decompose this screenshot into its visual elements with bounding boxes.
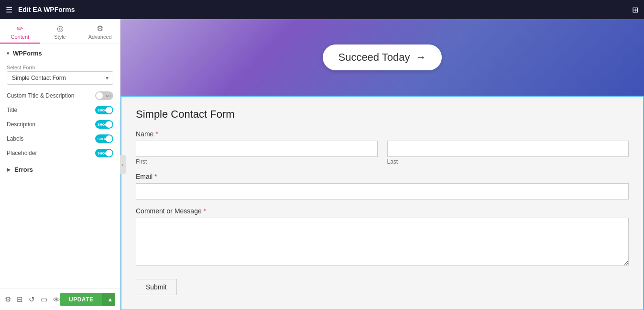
toggle-knob [96, 92, 103, 99]
email-input[interactable] [136, 183, 629, 199]
last-name-label: Last [387, 158, 629, 165]
top-bar-left: ☰ Edit EA WPForms [6, 5, 75, 14]
last-name-input[interactable] [387, 141, 629, 157]
select-form-wrapper: Simple Contact Form [7, 71, 113, 85]
labels-toggle[interactable]: SHOW [95, 134, 113, 143]
top-bar: ☰ Edit EA WPForms ⊞ [0, 0, 644, 19]
main-content: Succeed Today → Simple Contact Form Name… [120, 19, 644, 310]
advanced-icon: ⚙ [97, 24, 103, 33]
submit-button[interactable]: Submit [136, 279, 177, 295]
placeholder-label: Placeholder [7, 150, 37, 156]
bottom-icons: ⚙ ⊟ ↺ ▭ 👁 [5, 295, 60, 304]
description-row: Description SHOW [0, 117, 120, 132]
custom-title-desc-toggle[interactable]: NO [95, 91, 113, 100]
errors-arrow-icon: ▶ [7, 167, 11, 172]
email-field-label: Email * [136, 173, 629, 180]
select-form-label: Select Form [0, 63, 120, 71]
sidebar-collapse-handle[interactable]: ‹ [120, 155, 126, 174]
select-form-dropdown[interactable]: Simple Contact Form [7, 71, 113, 85]
errors-section-header[interactable]: ▶ Errors [0, 160, 120, 179]
comment-field-group: Comment or Message * [136, 207, 629, 267]
update-btn-group: UPDATE ▲ [60, 293, 115, 306]
style-icon: ◎ [57, 24, 64, 33]
sidebar-bottom-bar: ⚙ ⊟ ↺ ▭ 👁 UPDATE ▲ [0, 288, 120, 310]
tab-advanced[interactable]: ⚙ Advanced [80, 19, 120, 44]
description-label: Description [7, 121, 35, 128]
wpforms-arrow-icon: ▾ [7, 51, 9, 56]
email-required-star: * [154, 173, 157, 180]
page-title: Edit EA WPForms [18, 6, 75, 13]
first-name-input[interactable] [136, 141, 378, 157]
custom-title-desc-row: Custom Title & Description NO [0, 89, 120, 103]
last-name-field: Last [387, 141, 629, 165]
comment-field-label: Comment or Message * [136, 207, 629, 215]
tab-content[interactable]: ✏ Content [0, 19, 40, 44]
description-toggle[interactable]: SHOW [95, 120, 113, 129]
title-label: Title [7, 107, 17, 113]
name-field-label: Name * [136, 130, 629, 138]
history-icon[interactable]: ↺ [29, 295, 35, 304]
labels-row: Labels SHOW [0, 132, 120, 146]
tab-content-label: Content [11, 34, 30, 40]
sidebar-tabs: ✏ Content ◎ Style ⚙ Advanced [0, 19, 120, 44]
custom-title-desc-label: Custom Title & Description [7, 92, 74, 99]
errors-section-label: Errors [14, 166, 33, 173]
name-fields-row: First Last [136, 141, 629, 165]
tab-style[interactable]: ◎ Style [40, 19, 80, 44]
first-name-label: First [136, 158, 378, 165]
succeed-today-label: Succeed Today [338, 51, 410, 64]
settings-icon[interactable]: ⚙ [5, 295, 11, 304]
responsive-icon[interactable]: ▭ [41, 295, 47, 304]
update-button[interactable]: UPDATE [60, 293, 102, 306]
toggle-on-text: SHOW [98, 109, 108, 112]
hero-banner: Succeed Today → [120, 19, 644, 96]
labels-label: Labels [7, 135, 23, 142]
content-icon: ✏ [17, 24, 23, 33]
hamburger-icon[interactable]: ☰ [6, 5, 12, 14]
placeholder-row: Placeholder SHOW [0, 146, 120, 160]
name-field-group: Name * First Last [136, 130, 629, 165]
tab-style-label: Style [54, 34, 65, 40]
sidebar-content: ▾ WPForms Select Form Simple Contact For… [0, 44, 120, 288]
name-required-star: * [155, 130, 158, 138]
title-row: Title SHOW [0, 103, 120, 117]
form-area: Simple Contact Form Name * First Last [120, 96, 644, 310]
comment-required-star: * [204, 207, 206, 215]
toggle-on-text-labels: SHOW [98, 137, 108, 141]
wpforms-section-header[interactable]: ▾ WPForms [0, 44, 120, 63]
sidebar: ✏ Content ◎ Style ⚙ Advanced ▾ WPForms S… [0, 19, 120, 310]
wpforms-section-label: WPForms [13, 50, 42, 57]
form-title: Simple Contact Form [136, 108, 629, 121]
title-toggle[interactable]: SHOW [95, 106, 113, 114]
update-dropdown-button[interactable]: ▲ [102, 293, 115, 306]
toggle-on-text-placeholder: SHOW [98, 152, 108, 155]
preview-icon[interactable]: 👁 [53, 296, 60, 304]
tab-advanced-label: Advanced [88, 34, 112, 40]
succeed-arrow-icon: → [416, 51, 426, 64]
toggle-off-text: NO [106, 94, 111, 98]
email-field-group: Email * [136, 173, 629, 199]
grid-icon[interactable]: ⊞ [632, 5, 638, 14]
main-layout: ✏ Content ◎ Style ⚙ Advanced ▾ WPForms S… [0, 19, 644, 310]
placeholder-toggle[interactable]: SHOW [95, 149, 113, 157]
first-name-field: First [136, 141, 378, 165]
comment-textarea[interactable] [136, 218, 629, 266]
layers-icon[interactable]: ⊟ [17, 295, 23, 304]
succeed-today-button[interactable]: Succeed Today → [323, 44, 441, 70]
toggle-on-text-desc: SHOW [98, 123, 108, 126]
